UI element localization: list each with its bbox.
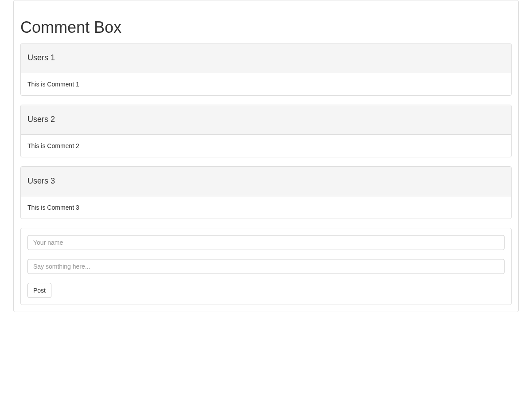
- comment-item: Users 3 This is Comment 3: [20, 166, 512, 219]
- comment-item: Users 1 This is Comment 1: [20, 43, 512, 96]
- name-input[interactable]: [27, 235, 505, 250]
- post-button[interactable]: Post: [27, 283, 51, 298]
- comment-text: This is Comment 3: [21, 196, 511, 219]
- comment-user: Users 2: [27, 114, 505, 125]
- comment-input[interactable]: [27, 259, 505, 274]
- page-title: Comment Box: [20, 16, 512, 39]
- comment-heading: Users 2: [21, 105, 511, 135]
- comment-heading: Users 3: [21, 167, 511, 196]
- comment-text: This is Comment 1: [21, 73, 511, 95]
- comment-heading: Users 1: [21, 43, 511, 73]
- comment-form: Post: [20, 228, 512, 305]
- comment-item: Users 2 This is Comment 2: [20, 105, 512, 157]
- comment-box-container: Comment Box Users 1 This is Comment 1 Us…: [13, 0, 519, 312]
- comment-text: This is Comment 2: [21, 135, 511, 157]
- comment-user: Users 1: [27, 52, 505, 64]
- comment-user: Users 3: [27, 176, 505, 187]
